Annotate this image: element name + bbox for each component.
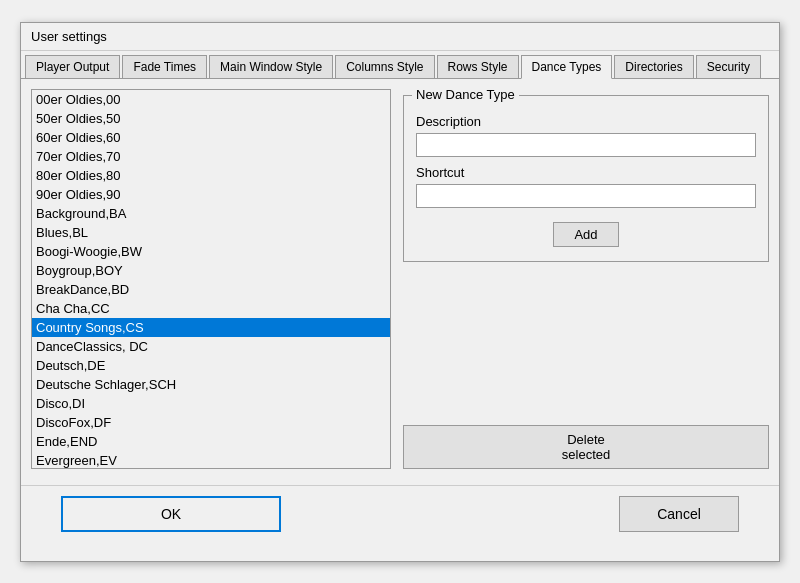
tab-security[interactable]: Security — [696, 55, 761, 78]
tab-bar: Player OutputFade TimesMain Window Style… — [21, 51, 779, 79]
list-item[interactable]: Country Songs,CS — [32, 318, 390, 337]
shortcut-input[interactable] — [416, 184, 756, 208]
add-button[interactable]: Add — [553, 222, 618, 247]
tab-player-output[interactable]: Player Output — [25, 55, 120, 78]
bottom-bar: OK Cancel — [21, 485, 779, 542]
cancel-button[interactable]: Cancel — [619, 496, 739, 532]
tab-dance-types[interactable]: Dance Types — [521, 55, 613, 79]
tab-directories[interactable]: Directories — [614, 55, 693, 78]
list-item[interactable]: 70er Oldies,70 — [32, 147, 390, 166]
list-item[interactable]: Disco,DI — [32, 394, 390, 413]
list-item[interactable]: 50er Oldies,50 — [32, 109, 390, 128]
new-dance-type-group: New Dance Type Description Shortcut Add — [403, 95, 769, 262]
list-item[interactable]: Deutsche Schlager,SCH — [32, 375, 390, 394]
list-item[interactable]: DanceClassics, DC — [32, 337, 390, 356]
right-panel: New Dance Type Description Shortcut Add … — [403, 89, 769, 469]
list-item[interactable]: 90er Oldies,90 — [32, 185, 390, 204]
dance-list[interactable]: 00er Oldies,0050er Oldies,5060er Oldies,… — [32, 90, 390, 468]
tab-fade-times[interactable]: Fade Times — [122, 55, 207, 78]
title-bar: User settings — [21, 23, 779, 51]
list-item[interactable]: Evergreen,EV — [32, 451, 390, 468]
group-label: New Dance Type — [412, 87, 519, 102]
list-item[interactable]: DiscoFox,DF — [32, 413, 390, 432]
description-input[interactable] — [416, 133, 756, 157]
ok-button[interactable]: OK — [61, 496, 281, 532]
tab-main-window-style[interactable]: Main Window Style — [209, 55, 333, 78]
list-item[interactable]: Deutsch,DE — [32, 356, 390, 375]
window-title: User settings — [31, 29, 107, 44]
list-item[interactable]: 60er Oldies,60 — [32, 128, 390, 147]
list-item[interactable]: BreakDance,BD — [32, 280, 390, 299]
tab-rows-style[interactable]: Rows Style — [437, 55, 519, 78]
main-window: User settings Player OutputFade TimesMai… — [20, 22, 780, 562]
content-area: 00er Oldies,0050er Oldies,5060er Oldies,… — [21, 79, 779, 479]
list-item[interactable]: 80er Oldies,80 — [32, 166, 390, 185]
list-item[interactable]: Boygroup,BOY — [32, 261, 390, 280]
list-item[interactable]: Boogi-Woogie,BW — [32, 242, 390, 261]
list-item[interactable]: Cha Cha,CC — [32, 299, 390, 318]
list-item[interactable]: Background,BA — [32, 204, 390, 223]
list-item[interactable]: Blues,BL — [32, 223, 390, 242]
left-panel: 00er Oldies,0050er Oldies,5060er Oldies,… — [31, 89, 391, 469]
dance-list-wrapper: 00er Oldies,0050er Oldies,5060er Oldies,… — [31, 89, 391, 469]
tab-columns-style[interactable]: Columns Style — [335, 55, 434, 78]
list-item[interactable]: Ende,END — [32, 432, 390, 451]
list-item[interactable]: 00er Oldies,00 — [32, 90, 390, 109]
delete-selected-button[interactable]: Delete selected — [403, 425, 769, 469]
description-label: Description — [416, 114, 756, 129]
shortcut-label: Shortcut — [416, 165, 756, 180]
